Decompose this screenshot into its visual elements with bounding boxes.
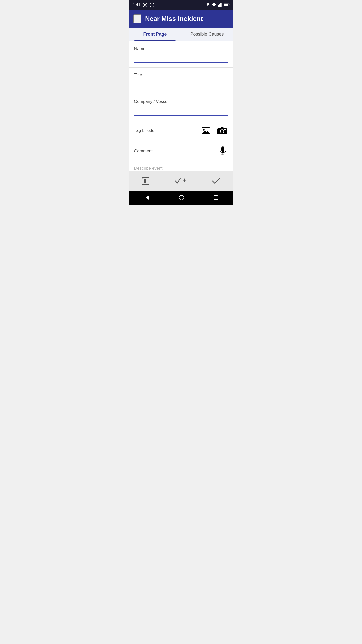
svg-rect-7 [221,3,222,7]
name-field: Name [129,41,233,68]
camera-icon [217,126,227,135]
svg-point-1 [144,4,146,6]
microphone-icon [219,146,227,156]
tab-possible-causes[interactable]: Possible Causes [181,28,233,41]
location-icon [206,2,210,7]
nav-recent-button[interactable] [209,194,222,201]
camera-button[interactable] [216,125,228,136]
svg-rect-21 [224,129,226,130]
form-container: Name Title Company / Vessel Tag billede [129,41,233,171]
title-input[interactable] [134,82,228,89]
comment-field: Comment [129,141,233,162]
status-time: 2:41 [132,3,140,7]
checkmark-icon [212,177,220,184]
gallery-button[interactable] [200,125,211,136]
microphone-button[interactable] [218,145,228,157]
back-button[interactable]: ← [133,14,141,23]
status-bar-left: 2:41 [132,2,154,7]
trash-icon [142,177,149,185]
svg-marker-33 [146,196,149,200]
tab-front-page[interactable]: Front Page [129,28,181,41]
delete-button[interactable] [136,175,155,187]
describe-event-label: Describe event [134,166,162,171]
tag-billede-field: Tag billede [129,120,233,141]
svg-rect-4 [218,5,219,7]
tab-bar: Front Page Possible Causes [129,28,233,41]
name-input[interactable] [134,56,228,63]
do-not-disturb-icon [149,2,154,7]
save-add-button[interactable] [169,175,192,187]
svg-rect-30 [144,177,147,178]
autopilot-icon [142,2,147,7]
company-vessel-input[interactable] [134,109,228,116]
nav-back-icon [144,195,150,201]
tag-billede-icons [200,125,228,136]
signal-icon [218,3,222,7]
svg-rect-9 [224,4,228,6]
svg-point-20 [221,130,224,133]
title-label: Title [134,73,228,78]
bottom-toolbar [129,171,233,191]
battery-icon [224,3,230,7]
save-button[interactable] [206,175,226,186]
svg-rect-26 [144,179,145,183]
page-title: Near Miss Incident [145,15,203,23]
android-nav-bar [129,191,233,205]
name-label: Name [134,46,228,51]
title-field: Title [129,68,233,94]
svg-rect-22 [221,146,224,152]
company-vessel-field: Company / Vessel [129,94,233,120]
company-vessel-label: Company / Vessel [134,99,228,104]
comment-label: Comment [134,149,153,154]
svg-point-34 [179,195,184,200]
status-bar-right [206,2,230,7]
gallery-icon [201,126,210,135]
checkmark-plus-icon [175,177,186,185]
describe-event-field: Describe event [129,162,233,171]
svg-rect-28 [147,179,147,183]
svg-rect-35 [214,196,218,200]
svg-point-16 [203,129,205,131]
nav-recent-icon [213,195,218,200]
app-header: ← Near Miss Incident [129,10,233,28]
nav-back-button[interactable] [140,194,154,202]
svg-rect-10 [229,4,229,6]
nav-home-button[interactable] [175,194,188,201]
svg-rect-27 [145,179,146,183]
status-bar: 2:41 [129,0,233,10]
wifi-icon [211,3,216,7]
svg-rect-6 [220,3,221,7]
tag-billede-label: Tag billede [134,128,154,133]
svg-rect-5 [219,4,220,7]
nav-home-icon [179,195,184,200]
